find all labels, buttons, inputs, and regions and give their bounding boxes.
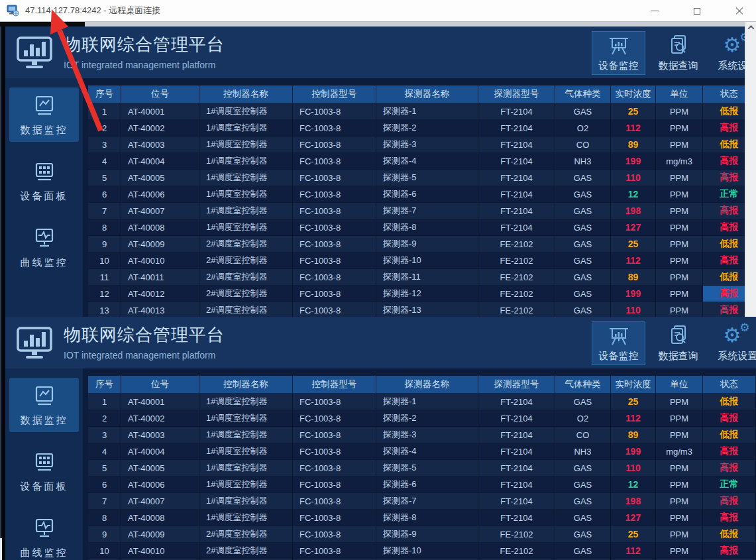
cell-gas: NH3 [555, 153, 611, 170]
sidebar-item-label: 数据监控 [21, 414, 68, 427]
table-row[interactable]: 5AT-400051#调度室控制器FC-1003-8探测器-5FT-2104GA… [88, 460, 756, 476]
cell-no: 12 [88, 286, 121, 302]
cell-no: 9 [88, 236, 121, 252]
nav-device-monitor[interactable]: 设备监控 [592, 31, 645, 75]
table-row[interactable]: 6AT-400061#调度室控制器FC-1003-8探测器-6FT-2104GA… [88, 476, 756, 493]
table-row[interactable]: 11AT-400112#调度室控制器FC-1003-8探测器-11FE-2102… [88, 269, 756, 286]
table-row[interactable]: 5AT-400051#调度室控制器FC-1003-8探测器-5FT-2104GA… [88, 170, 756, 186]
nav-data-query[interactable]: 数据查询 [651, 31, 705, 75]
table-row[interactable]: 8AT-400081#调度室控制器FC-1003-8探测器-8FT-2104GA… [88, 219, 756, 236]
table-row[interactable]: 1AT-400011#调度室控制器FC-1003-8探测器-1FT-2104GA… [88, 394, 756, 410]
cell-value: 112 [611, 410, 656, 427]
cell-gas: GAS [555, 236, 611, 252]
table-row[interactable]: 10AT-400102#调度室控制器FC-1003-8探测器-10FE-2102… [88, 543, 756, 559]
cell-no: 4 [88, 443, 121, 460]
nav-label: 系统设置 [718, 350, 756, 363]
sidebar-item-label: 设备面板 [21, 190, 68, 203]
table-row[interactable]: 3AT-400031#调度室控制器FC-1003-8探测器-3FT-2104CO… [88, 137, 756, 153]
cell-tag: AT-40004 [121, 443, 199, 460]
cell-controller: 1#调度室控制器 [199, 120, 293, 137]
cell-unit: PPM [656, 120, 703, 137]
nav-data-query[interactable]: 数据查询 [651, 321, 705, 365]
table-row[interactable]: 10AT-400102#调度室控制器FC-1003-8探测器-10FE-2102… [88, 252, 756, 269]
cell-controller: 1#调度室控制器 [199, 427, 293, 443]
cell-controller: 1#调度室控制器 [199, 476, 293, 493]
cell-detector_model: FT-2104 [478, 410, 555, 427]
sidebar-item-data-monitor[interactable]: 数据监控 [9, 87, 79, 142]
cell-unit: PPM [656, 427, 703, 443]
table-row[interactable]: 1AT-400011#调度室控制器FC-1003-8探测器-1FT-2104GA… [88, 103, 756, 120]
chevron-up-icon [748, 25, 755, 32]
cell-detector_model: FT-2104 [478, 476, 555, 493]
maximize-button[interactable] [690, 4, 704, 19]
cell-tag: AT-40011 [121, 269, 199, 286]
minimize-button[interactable] [647, 4, 662, 19]
cell-detector: 探测器-3 [376, 427, 478, 443]
cell-value: 199 [611, 286, 656, 302]
rdp-app-icon [7, 5, 20, 17]
column-header-detector_model: 探测器型号 [478, 85, 555, 103]
column-header-value: 实时浓度 [611, 376, 656, 394]
table-row[interactable]: 8AT-400081#调度室控制器FC-1003-8探测器-8FT-2104GA… [88, 510, 756, 526]
app-header: 物联网综合管理平台 IOT integrated management plat… [5, 27, 756, 78]
scrollbar-up-button[interactable] [745, 22, 756, 33]
table-row[interactable]: 4AT-400041#调度室控制器FC-1003-8探测器-4FT-2104NH… [88, 443, 756, 460]
table-row[interactable]: 2AT-400021#调度室控制器FC-1003-8探测器-2FT-2104O2… [88, 410, 756, 427]
cell-gas: NH3 [555, 443, 611, 460]
app-body: 数据监控 设备面板 [5, 78, 756, 317]
cell-detector: 探测器-10 [376, 252, 478, 269]
table-row[interactable]: 6AT-400061#调度室控制器FC-1003-8探测器-6FT-2104GA… [88, 186, 756, 203]
table-row[interactable]: 2AT-400021#调度室控制器FC-1003-8探测器-2FT-2104O2… [88, 120, 756, 137]
cell-detector_model: FT-2104 [478, 103, 555, 120]
cell-detector: 探测器-3 [376, 137, 478, 153]
cell-gas: GAS [555, 186, 611, 203]
table-row[interactable]: 7AT-400071#调度室控制器FC-1003-8探测器-7FT-2104GA… [88, 493, 756, 510]
cell-no: 9 [88, 526, 121, 543]
data-monitor-icon [30, 93, 58, 120]
table-row[interactable]: 3AT-400031#调度室控制器FC-1003-8探测器-3FT-2104CO… [88, 427, 756, 443]
sidebar-item-device-panel[interactable]: 设备面板 [9, 444, 79, 498]
cell-unit: PPM [656, 302, 703, 317]
table-row[interactable]: 13AT-400132#调度室控制器FC-1003-8探测器-13FE-2102… [88, 302, 756, 317]
cell-tag: AT-40003 [121, 137, 199, 153]
table-row[interactable]: 9AT-400092#调度室控制器FC-1003-8探测器-9FE-2102GA… [88, 526, 756, 543]
data-query-icon [667, 34, 690, 58]
table-row[interactable]: 9AT-400092#调度室控制器FC-1003-8探测器-9FE-2102GA… [88, 236, 756, 252]
nav-device-monitor[interactable]: 设备监控 [592, 321, 645, 365]
cell-no: 8 [88, 219, 121, 236]
nav-label: 数据查询 [659, 60, 698, 72]
cell-detector_model: FT-2104 [478, 170, 555, 186]
cell-unit: mg/m3 [656, 443, 703, 460]
rdp-titlebar[interactable]: 47.114.127.78:4242 - 远程桌面连接 [0, 0, 756, 22]
cell-no: 11 [88, 269, 121, 286]
cell-controller_model: FC-1003-8 [293, 427, 376, 443]
cell-controller_model: FC-1003-8 [293, 203, 376, 219]
sidebar-item-device-panel[interactable]: 设备面板 [9, 154, 79, 208]
cell-detector_model: FT-2104 [478, 510, 555, 526]
close-button[interactable] [732, 4, 747, 19]
sidebar-item-curve-monitor[interactable]: 曲线监控 [9, 220, 79, 274]
curve-monitor-icon [30, 516, 58, 543]
gear-icon: ⚙ ⚙ [725, 324, 751, 348]
cell-detector_model: FT-2104 [478, 137, 555, 153]
sidebar-item-curve-monitor[interactable]: 曲线监控 [9, 510, 79, 560]
cell-gas: GAS [555, 302, 611, 317]
cell-controller: 1#调度室控制器 [199, 394, 293, 410]
sidebar-item-data-monitor[interactable]: 数据监控 [9, 378, 79, 432]
table-row[interactable]: 12AT-400122#调度室控制器FC-1003-8探测器-12FE-2102… [88, 286, 756, 302]
cell-value: 89 [611, 427, 656, 443]
cell-no: 5 [88, 460, 121, 476]
cell-unit: PPM [656, 476, 703, 493]
cell-controller: 2#调度室控制器 [199, 252, 293, 269]
cell-unit: PPM [656, 526, 703, 543]
table-row[interactable]: 4AT-400041#调度室控制器FC-1003-8探测器-4FT-2104NH… [88, 153, 756, 170]
table-row[interactable]: 7AT-400071#调度室控制器FC-1003-8探测器-7FT-2104GA… [88, 203, 756, 219]
monitor-table: 序号位号控制器名称控制器型号探测器名称探测器型号气体种类实时浓度单位状态1AT-… [88, 85, 756, 317]
vertical-scrollbar[interactable] [745, 22, 756, 317]
column-header-controller_model: 控制器型号 [293, 85, 376, 103]
cell-detector_model: FE-2102 [478, 543, 555, 559]
nav-system-settings[interactable]: ⚙ ⚙ 系统设置 [711, 321, 756, 365]
cell-unit: PPM [656, 219, 703, 236]
cell-controller_model: FC-1003-8 [293, 526, 376, 543]
cell-detector: 探测器-9 [376, 236, 478, 252]
